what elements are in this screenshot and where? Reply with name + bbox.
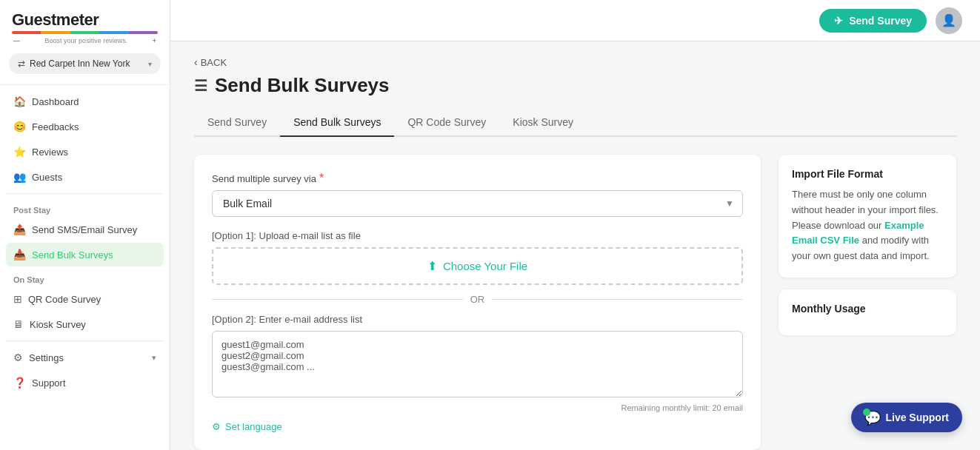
hotel-icon: ⇄ xyxy=(18,58,25,69)
choose-file-button[interactable]: ⬆ Choose Your File xyxy=(212,247,743,285)
sidebar-item-send-bulk[interactable]: 📥 Send Bulk Surveys xyxy=(6,243,164,266)
import-format-card: Import File Format There must be only on… xyxy=(779,155,956,278)
send-icon: ✈ xyxy=(834,15,843,27)
dashboard-icon: 🏠 xyxy=(13,95,26,107)
send-via-label: Send multiple survey via * xyxy=(212,172,743,184)
sidebar-item-label: Support xyxy=(32,377,66,389)
sidebar-item-label: QR Code Survey xyxy=(28,294,101,305)
gear-icon: ⚙ xyxy=(212,421,221,432)
sidebar-item-support[interactable]: ❓ Support xyxy=(6,371,164,394)
send-survey-button[interactable]: ✈ Send Survey xyxy=(819,9,927,33)
settings-icon: ⚙ xyxy=(13,352,23,363)
back-link[interactable]: ‹ BACK xyxy=(194,56,956,68)
feedbacks-icon: 😊 xyxy=(13,121,26,132)
back-arrow-icon: ‹ xyxy=(194,56,198,68)
send-bulk-icon: 📥 xyxy=(13,249,26,261)
hotel-name: Red Carpet Inn New York xyxy=(30,58,130,69)
sidebar-item-label: Guests xyxy=(32,172,62,183)
minus-button[interactable]: — xyxy=(13,37,20,44)
monthly-usage-card: Monthly Usage xyxy=(779,289,956,335)
sidebar-item-label: Kiosk Survey xyxy=(30,319,86,330)
menu-icon: ☰ xyxy=(194,77,207,95)
import-card-title: Import File Format xyxy=(792,168,943,180)
logo-area: Guestmeter — Boost your positive reviews… xyxy=(0,0,170,47)
sidebar-item-label: Send Bulk Surveys xyxy=(32,249,113,261)
tagline: — Boost your positive reviews. + xyxy=(12,37,158,44)
required-dot: * xyxy=(319,172,324,184)
logo-bar xyxy=(12,31,158,34)
page-content: ‹ BACK ☰ Send Bulk Surveys Send Survey S… xyxy=(170,41,980,450)
sidebar-item-settings[interactable]: ⚙ Settings ▾ xyxy=(6,346,164,369)
sidebar-item-guests[interactable]: 👥 Guests xyxy=(6,165,164,189)
send-sms-icon: 📤 xyxy=(13,224,26,235)
upload-icon: ⬆ xyxy=(427,259,437,273)
sidebar-item-kiosk[interactable]: 🖥 Kiosk Survey xyxy=(6,312,164,336)
main-nav: 🏠 Dashboard 😊 Feedbacks ⭐ Reviews 👥 Gues… xyxy=(0,90,170,396)
tab-qr-code-survey[interactable]: QR Code Survey xyxy=(394,109,499,137)
tab-kiosk-survey[interactable]: Kiosk Survey xyxy=(499,109,587,137)
right-panel: Import File Format There must be only on… xyxy=(779,155,956,335)
tab-send-survey[interactable]: Send Survey xyxy=(194,109,280,137)
logo-text: Guestmeter xyxy=(12,10,158,30)
kiosk-icon: 🖥 xyxy=(13,318,24,330)
hotel-selector[interactable]: ⇄ Red Carpet Inn New York ▾ xyxy=(9,53,161,74)
chevron-down-icon: ▾ xyxy=(148,60,152,68)
sidebar-item-dashboard[interactable]: 🏠 Dashboard xyxy=(6,90,164,113)
sidebar-item-label: Settings xyxy=(29,352,64,363)
monthly-usage-title: Monthly Usage xyxy=(792,303,943,315)
divider-2 xyxy=(6,193,164,194)
avatar-icon: 👤 xyxy=(941,13,956,27)
live-support-button[interactable]: 💬 Live Support xyxy=(851,403,962,432)
send-via-select-wrapper: Bulk Email Bulk SMS ▼ xyxy=(212,190,743,217)
on-stay-label: On Stay xyxy=(6,268,164,287)
import-card-body: There must be only one column without he… xyxy=(792,187,943,264)
sidebar-item-qr-code[interactable]: ⊞ QR Code Survey xyxy=(6,287,164,311)
sidebar-item-label: Feedbacks xyxy=(32,121,79,132)
set-language-link[interactable]: ⚙ Set language xyxy=(212,421,743,432)
plus-button[interactable]: + xyxy=(153,37,156,44)
guests-icon: 👥 xyxy=(13,171,26,183)
divider-1 xyxy=(0,84,170,85)
support-icon: ❓ xyxy=(13,377,26,389)
send-via-select[interactable]: Bulk Email Bulk SMS xyxy=(212,190,743,217)
sidebar-item-feedbacks[interactable]: 😊 Feedbacks xyxy=(6,115,164,138)
tabs-nav: Send Survey Send Bulk Surveys QR Code Su… xyxy=(194,109,956,137)
qr-code-icon: ⊞ xyxy=(13,293,22,305)
email-list-textarea[interactable]: guest1@gmail.com guest2@gmail.com guest3… xyxy=(212,331,743,397)
post-stay-label: Post Stay xyxy=(6,198,164,218)
main-content: ✈ Send Survey 👤 ‹ BACK ☰ Send Bulk Surve… xyxy=(170,0,980,450)
sidebar-item-label: Dashboard xyxy=(32,96,79,107)
option2-label: [Option 2]: Enter e-mail address list xyxy=(212,314,743,325)
remaining-limit: Remaining monthly limit: 20 email xyxy=(212,403,743,412)
sidebar-item-send-sms-email[interactable]: 📤 Send SMS/Email Survey xyxy=(6,218,164,241)
reviews-icon: ⭐ xyxy=(13,146,26,158)
sidebar: Guestmeter — Boost your positive reviews… xyxy=(0,0,170,450)
or-divider: OR xyxy=(212,294,743,305)
live-support-icon-wrap: 💬 xyxy=(864,410,879,425)
option1-label: [Option 1]: Upload e-mail list as file xyxy=(212,230,743,241)
form-panel: Send multiple survey via * Bulk Email Bu… xyxy=(194,155,761,450)
settings-chevron-icon: ▾ xyxy=(152,353,156,363)
two-column-layout: Send multiple survey via * Bulk Email Bu… xyxy=(194,155,956,450)
sidebar-item-reviews[interactable]: ⭐ Reviews xyxy=(6,140,164,164)
tab-send-bulk-surveys[interactable]: Send Bulk Surveys xyxy=(280,109,394,137)
topbar: ✈ Send Survey 👤 xyxy=(170,0,980,41)
page-title: ☰ Send Bulk Surveys xyxy=(194,74,956,97)
divider-3 xyxy=(6,340,164,341)
sidebar-item-label: Send SMS/Email Survey xyxy=(32,224,137,235)
user-avatar-button[interactable]: 👤 xyxy=(936,7,962,34)
sidebar-item-label: Reviews xyxy=(32,147,68,158)
